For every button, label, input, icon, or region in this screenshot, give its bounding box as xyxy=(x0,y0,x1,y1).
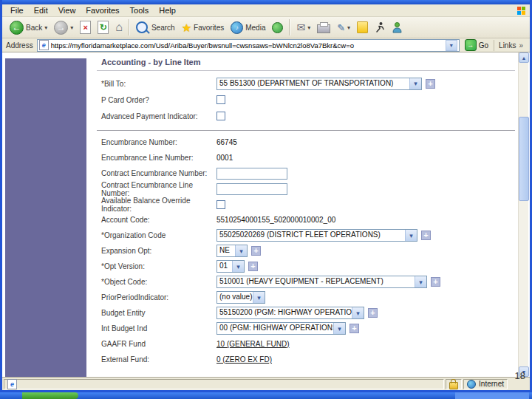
edit-dropdown-icon[interactable]: ▾ xyxy=(347,24,350,31)
field-row-object-code: *Object Code: 510001 (HEAVY EQUIPMENT - … xyxy=(97,274,515,290)
stop-button[interactable]: × xyxy=(77,19,94,35)
back-dropdown-icon[interactable]: ▾ xyxy=(44,24,47,31)
field-row-contract-enc-line: Contract Encumbrance Line Number: xyxy=(97,181,515,197)
int-budget-value: 00 (PGM: HIGHWAY OPERATIONS) xyxy=(217,323,333,334)
int-budget-add-button[interactable]: + xyxy=(349,324,359,333)
media-button[interactable]: ♪ Media xyxy=(228,20,268,35)
window-border-left xyxy=(0,0,2,392)
opt-version-select[interactable]: 01 ▾ xyxy=(216,260,245,273)
menu-view[interactable]: View xyxy=(53,5,81,16)
links-button[interactable]: Links » xyxy=(494,40,528,51)
bill-to-select[interactable]: 55 B51300 (DEPARTMENT OF TRANSPORTATION)… xyxy=(216,78,422,90)
accounting-form: Accounting - by Line Item *Bill To: 55 B… xyxy=(97,55,515,367)
go-button[interactable]: → Go xyxy=(462,39,491,51)
int-budget-select[interactable]: 00 (PGM: HIGHWAY OPERATIONS) ▾ xyxy=(216,322,346,335)
vertical-scrollbar[interactable]: ▲ ▼ xyxy=(518,52,528,377)
contract-enc-number-label: Contract Encumbrance Number: xyxy=(97,169,216,177)
field-row-account-code: Account Code: 5510254000155_502000010002… xyxy=(97,212,515,228)
available-balance-checkbox[interactable] xyxy=(216,200,225,209)
menu-help[interactable]: Help xyxy=(154,5,181,16)
status-page-icon: e xyxy=(7,379,17,389)
menu-tools[interactable]: Tools xyxy=(125,5,154,16)
history-icon xyxy=(272,22,283,33)
mail-button[interactable]: ✉ ▾ xyxy=(293,21,313,34)
refresh-button[interactable]: ↻ xyxy=(95,19,112,35)
expansion-opt-add-button[interactable]: + xyxy=(251,246,261,256)
bill-to-value: 55 B51300 (DEPARTMENT OF TRANSPORTATION) xyxy=(217,78,409,89)
forward-dropdown-icon[interactable]: ▾ xyxy=(70,24,73,31)
field-row-contract-enc-number: Contract Encumbrance Number: xyxy=(97,166,515,181)
encumbrance-line-value: 0001 xyxy=(216,154,233,162)
contract-enc-line-label: Contract Encumbrance Line Number: xyxy=(97,181,216,197)
field-row-pcard: P Card Order? xyxy=(97,92,515,108)
search-label: Search xyxy=(151,24,175,32)
edit-button[interactable]: ✎ ▾ xyxy=(334,21,353,35)
status-bar: e Internet xyxy=(2,377,530,390)
gaafr-fund-link[interactable]: 10 (GENERAL FUND) xyxy=(216,340,290,348)
dropdown-arrow-icon[interactable]: ▾ xyxy=(405,230,417,241)
budget-entity-add-button[interactable]: + xyxy=(368,308,378,318)
forward-button[interactable]: → ▾ xyxy=(51,19,76,36)
object-code-label: *Object Code: xyxy=(97,278,216,286)
address-input[interactable]: e https://myfloridamarketplace.com/Usd/A… xyxy=(37,39,460,52)
address-dropdown-icon[interactable]: ▾ xyxy=(446,40,457,51)
menu-favorites[interactable]: Favorites xyxy=(81,5,124,16)
int-budget-label: Int Budget Ind xyxy=(97,324,216,332)
mail-dropdown-icon[interactable]: ▾ xyxy=(307,24,310,31)
back-button[interactable]: ← Back ▾ xyxy=(7,19,50,36)
scroll-up-button[interactable]: ▲ xyxy=(519,52,529,63)
external-fund-link[interactable]: 0 (ZERO EX FD) xyxy=(216,355,272,364)
dropdown-arrow-icon[interactable]: ▾ xyxy=(235,245,247,256)
encumbrance-number-label: Encumbrance Number: xyxy=(97,138,216,146)
internet-zone-icon xyxy=(467,380,476,389)
dropdown-arrow-icon[interactable]: ▾ xyxy=(352,307,364,318)
history-button[interactable] xyxy=(269,21,286,35)
pcard-checkbox[interactable] xyxy=(216,95,225,104)
expansion-opt-label: Expansion Opt: xyxy=(97,247,216,255)
dropdown-arrow-icon[interactable]: ▾ xyxy=(333,323,345,334)
favorites-button[interactable]: ★ Favorites xyxy=(179,21,228,35)
object-code-add-button[interactable]: + xyxy=(431,277,440,287)
object-code-select[interactable]: 510001 (HEAVY EQUIPMENT - REPLACEMENT) ▾ xyxy=(216,276,427,288)
page-content: Accounting - by Line Item *Bill To: 55 B… xyxy=(2,52,530,377)
organization-code-select[interactable]: 55025020269 (DISTRICT FLEET OPERATIONS) … xyxy=(216,229,417,242)
browser-window: File Edit View Favorites Tools Help ← Ba… xyxy=(0,0,532,399)
expansion-opt-select[interactable]: NE ▾ xyxy=(216,245,248,257)
dropdown-arrow-icon[interactable]: ▾ xyxy=(253,292,265,303)
toolbar-separator xyxy=(289,19,290,35)
prior-period-select[interactable]: (no value) ▾ xyxy=(216,291,265,304)
links-label: Links xyxy=(499,41,516,50)
gaafr-fund-label: GAAFR Fund xyxy=(97,340,216,348)
start-button-fragment[interactable] xyxy=(22,392,78,399)
bill-to-add-button[interactable]: + xyxy=(426,79,435,89)
field-row-organization-code: *Organization Code 55025020269 (DISTRICT… xyxy=(97,228,515,243)
media-label: Media xyxy=(245,24,265,32)
discuss-button[interactable] xyxy=(354,20,371,35)
favorites-label: Favorites xyxy=(194,24,224,32)
menu-edit[interactable]: Edit xyxy=(29,5,53,16)
stop-icon: × xyxy=(80,21,91,34)
print-button[interactable] xyxy=(314,20,333,35)
search-button[interactable]: Search xyxy=(133,20,178,35)
advanced-payment-checkbox[interactable] xyxy=(216,112,225,120)
dropdown-arrow-icon[interactable]: ▾ xyxy=(409,78,421,89)
opt-version-add-button[interactable]: + xyxy=(248,262,258,271)
field-row-opt-version: *Opt Version: 01 ▾ + xyxy=(97,259,515,274)
expansion-opt-value: NE xyxy=(217,245,235,256)
home-button[interactable]: ⌂ xyxy=(112,21,126,34)
dropdown-arrow-icon[interactable]: ▾ xyxy=(232,261,244,272)
messenger-button[interactable] xyxy=(389,20,406,35)
sidebar-panel xyxy=(5,58,86,377)
edit-icon: ✎ xyxy=(337,22,345,33)
budget-entity-select[interactable]: 55150200 (PGM: HIGHWAY OPERATIONS) ▾ xyxy=(216,307,364,319)
contract-enc-line-input[interactable] xyxy=(216,183,287,195)
organization-code-add-button[interactable]: + xyxy=(421,231,431,240)
contract-enc-number-input[interactable] xyxy=(216,168,287,180)
research-button[interactable] xyxy=(372,20,388,35)
lock-icon xyxy=(449,382,458,389)
menu-file[interactable]: File xyxy=(5,5,29,16)
scroll-thumb[interactable] xyxy=(519,117,529,201)
opt-version-value: 01 xyxy=(217,261,232,272)
running-figure-icon xyxy=(375,21,385,33)
dropdown-arrow-icon[interactable]: ▾ xyxy=(415,276,426,287)
